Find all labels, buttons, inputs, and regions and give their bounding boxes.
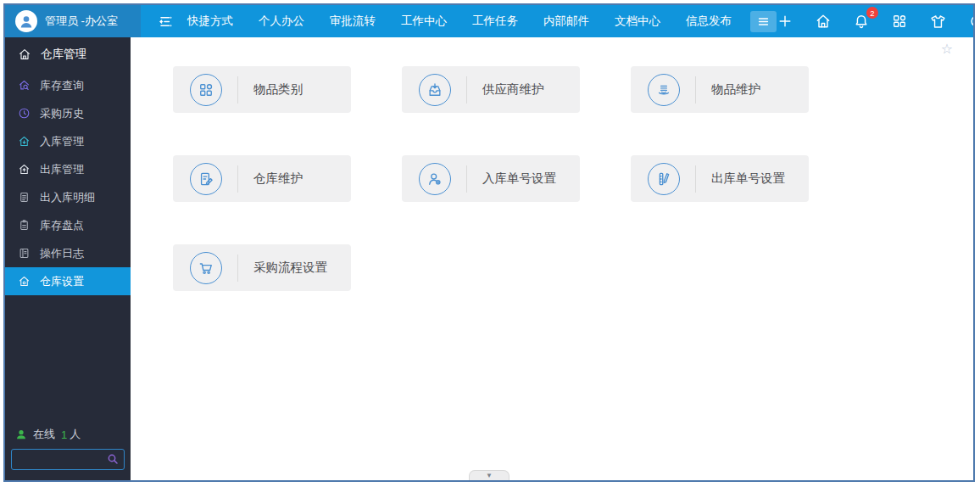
card-divider [237,255,238,282]
card-divider [695,76,696,104]
apps-grid-icon [891,13,908,30]
card-divider [695,165,696,193]
nav-item-personal-office[interactable]: 个人办公 [259,14,304,29]
card-divider [237,76,238,104]
layers-hand-icon [648,74,680,106]
plus-icon [777,13,793,30]
card-divider [237,165,238,193]
card-label: 物品类别 [253,81,303,98]
sidebar-bottom: 在线 1 人 [5,427,131,480]
hamburger-icon [756,14,771,29]
card-label: 仓库维护 [253,171,303,187]
home-button[interactable] [815,13,832,30]
sidebar-item-label: 出入库明细 [40,190,95,205]
apps-button[interactable] [891,13,908,30]
card-warehouse-maintenance[interactable]: 仓库维护 [173,155,351,202]
topbar-icons: 2 [777,13,975,31]
card-divider [466,76,467,104]
house-arrow-out-icon [18,163,31,176]
card-label: 物品维护 [711,81,760,98]
inventory-search-icon [18,79,31,92]
home-icon [815,13,832,30]
sidebar-item-label: 出库管理 [40,162,84,177]
nav-item-internal-mail[interactable]: 内部邮件 [543,14,589,29]
warehouse-settings-icon [18,275,31,288]
topbar: 管理员 -办公室 快捷方式 个人办公 审批流转 工作中心 工作任务 内部邮件 文… [5,5,973,37]
sidebar-item-inout-detail[interactable]: 出入库明细 [5,183,131,211]
sidebar-item-operation-log[interactable]: 操作日志 [5,239,131,267]
warehouse-icon [18,48,31,61]
sidebar-item-stocktake[interactable]: 库存盘点 [5,211,131,239]
document-lines-icon [18,191,31,204]
card-purchase-flow-settings[interactable]: 采购流程设置 [173,244,351,291]
nav-more-toggle[interactable] [750,11,777,32]
logout-button[interactable] [968,13,975,30]
notifications-button[interactable]: 2 [853,13,870,30]
chevron-down-icon: ▼ [486,473,493,479]
card-item-category[interactable]: 物品类别 [173,66,351,113]
card-item-maintenance[interactable]: 物品维护 [631,66,809,113]
card-label: 入库单号设置 [482,171,556,187]
user-area[interactable]: 管理员 -办公室 [5,5,141,37]
settings-card-grid: 物品类别 供应商维护 物品维护 [131,37,973,291]
online-user-icon [15,428,27,440]
document-edit-icon [190,163,222,195]
category-grid-icon [190,74,222,106]
sidebar-module-label: 仓库管理 [41,47,86,62]
topbar-main: 快捷方式 个人办公 审批流转 工作中心 工作任务 内部邮件 文档中心 信息发布 [141,5,973,37]
search-icon[interactable] [106,452,120,469]
notification-badge: 2 [866,7,878,19]
sidebar-item-label: 采购历史 [40,106,84,121]
nav-item-work-tasks[interactable]: 工作任务 [472,14,518,29]
inbox-download-icon [419,74,451,106]
main-content: ☆ 物品类别 供应商维护 [131,37,973,480]
tshirt-icon [929,13,947,31]
sidebar-item-label: 库存查询 [40,78,84,93]
nav-item-document-center[interactable]: 文档中心 [615,14,660,29]
log-book-icon [18,247,31,260]
sidebar-item-warehouse-settings[interactable]: 仓库设置 [5,267,131,295]
user-gear-icon [419,163,451,195]
card-divider [466,165,467,193]
user-name: 管理员 -办公室 [45,14,118,29]
online-label: 在线 [33,427,55,442]
card-inbound-number-settings[interactable]: 入库单号设置 [402,155,580,202]
sidebar-search [11,449,125,470]
sidebar-item-label: 库存盘点 [40,218,84,233]
sidebar-item-label: 仓库设置 [40,274,84,289]
sidebar-item-outbound-management[interactable]: 出库管理 [5,155,131,183]
sidebar: 仓库管理 库存查询 采购历史 入库管理 [5,37,131,480]
favorite-star-icon[interactable]: ☆ [941,42,953,56]
clock-icon [18,107,31,120]
online-unit: 人 [70,427,81,442]
user-avatar-icon [15,10,37,32]
shopping-cart-icon [190,252,222,284]
nav-item-work-center[interactable]: 工作中心 [401,14,447,29]
add-button[interactable] [777,13,793,30]
card-label: 供应商维护 [482,81,544,98]
ruler-pencil-icon [648,163,680,195]
theme-button[interactable] [929,13,947,31]
online-status: 在线 1 人 [15,427,120,442]
power-icon [968,13,975,30]
sidebar-module-warehouse-management[interactable]: 仓库管理 [5,37,131,71]
panel-collapse-tab[interactable]: ▼ [469,470,509,480]
card-label: 出库单号设置 [711,171,785,187]
app-window: 管理员 -办公室 快捷方式 个人办公 审批流转 工作中心 工作任务 内部邮件 文… [3,3,975,482]
card-label: 采购流程设置 [253,260,327,276]
sidebar-item-label: 入库管理 [40,134,84,149]
body-layout: 仓库管理 库存查询 采购历史 入库管理 [5,37,973,480]
house-arrow-in-icon [18,135,31,148]
sidebar-item-label: 操作日志 [40,246,84,261]
clipboard-icon [18,219,31,232]
nav-item-approval-flow[interactable]: 审批流转 [330,14,376,29]
card-supplier-maintenance[interactable]: 供应商维护 [402,66,580,113]
nav-item-info-publish[interactable]: 信息发布 [686,14,732,29]
topbar-nav: 快捷方式 个人办公 审批流转 工作中心 工作任务 内部邮件 文档中心 信息发布 [187,14,732,29]
sidebar-item-inbound-management[interactable]: 入库管理 [5,127,131,155]
sidebar-item-purchase-history[interactable]: 采购历史 [5,99,131,127]
sidebar-collapse-icon[interactable] [158,14,174,30]
card-outbound-number-settings[interactable]: 出库单号设置 [631,155,809,202]
sidebar-item-inventory-query[interactable]: 库存查询 [5,71,131,99]
nav-item-shortcuts[interactable]: 快捷方式 [187,14,233,29]
